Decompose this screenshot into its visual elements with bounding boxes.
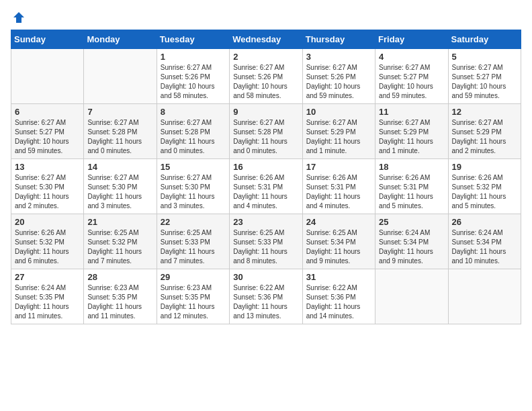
- day-info: Sunrise: 6:27 AM Sunset: 5:26 PM Dayligh…: [233, 63, 298, 101]
- day-number: 16: [233, 162, 298, 172]
- day-number: 1: [161, 52, 226, 62]
- day-number: 8: [161, 107, 226, 117]
- logo-icon: [12, 11, 26, 24]
- calendar-week-row: 13Sunrise: 6:27 AM Sunset: 5:30 PM Dayli…: [11, 159, 521, 214]
- calendar-day-cell: 7Sunrise: 6:27 AM Sunset: 5:28 PM Daylig…: [84, 104, 157, 159]
- day-number: 17: [306, 162, 371, 172]
- calendar-day-cell: [448, 269, 521, 324]
- calendar-day-cell: 10Sunrise: 6:27 AM Sunset: 5:29 PM Dayli…: [302, 104, 375, 159]
- day-info: Sunrise: 6:24 AM Sunset: 5:34 PM Dayligh…: [452, 228, 517, 266]
- day-of-week-header: Monday: [84, 30, 157, 49]
- day-number: 4: [379, 52, 444, 62]
- day-info: Sunrise: 6:27 AM Sunset: 5:26 PM Dayligh…: [306, 63, 371, 101]
- day-of-week-header: Saturday: [448, 30, 521, 49]
- day-number: 7: [87, 107, 152, 117]
- day-number: 29: [161, 272, 226, 282]
- day-info: Sunrise: 6:26 AM Sunset: 5:32 PM Dayligh…: [452, 173, 517, 211]
- day-info: Sunrise: 6:27 AM Sunset: 5:30 PM Dayligh…: [87, 173, 152, 211]
- calendar-day-cell: 23Sunrise: 6:25 AM Sunset: 5:33 PM Dayli…: [230, 214, 302, 269]
- day-info: Sunrise: 6:27 AM Sunset: 5:28 PM Dayligh…: [87, 118, 152, 156]
- day-info: Sunrise: 6:27 AM Sunset: 5:27 PM Dayligh…: [452, 63, 517, 101]
- calendar-day-cell: 24Sunrise: 6:25 AM Sunset: 5:34 PM Dayli…: [302, 214, 375, 269]
- day-number: 30: [233, 272, 298, 282]
- day-info: Sunrise: 6:24 AM Sunset: 5:35 PM Dayligh…: [15, 283, 80, 321]
- day-of-week-header: Tuesday: [157, 30, 229, 49]
- calendar-day-cell: 26Sunrise: 6:24 AM Sunset: 5:34 PM Dayli…: [448, 214, 521, 269]
- calendar-day-cell: 12Sunrise: 6:27 AM Sunset: 5:29 PM Dayli…: [448, 104, 521, 159]
- calendar-day-cell: 27Sunrise: 6:24 AM Sunset: 5:35 PM Dayli…: [11, 269, 84, 324]
- day-info: Sunrise: 6:25 AM Sunset: 5:33 PM Dayligh…: [233, 228, 298, 266]
- day-info: Sunrise: 6:23 AM Sunset: 5:35 PM Dayligh…: [161, 283, 226, 321]
- day-info: Sunrise: 6:27 AM Sunset: 5:29 PM Dayligh…: [452, 118, 517, 156]
- day-info: Sunrise: 6:27 AM Sunset: 5:29 PM Dayligh…: [379, 118, 444, 156]
- day-info: Sunrise: 6:27 AM Sunset: 5:29 PM Dayligh…: [306, 118, 371, 156]
- calendar-day-cell: 6Sunrise: 6:27 AM Sunset: 5:27 PM Daylig…: [11, 104, 84, 159]
- day-number: 23: [233, 217, 298, 227]
- calendar-day-cell: [11, 49, 84, 104]
- day-number: 31: [306, 272, 371, 282]
- calendar-day-cell: [84, 49, 157, 104]
- day-number: 11: [379, 107, 444, 117]
- calendar-day-cell: 13Sunrise: 6:27 AM Sunset: 5:30 PM Dayli…: [11, 159, 84, 214]
- day-number: 28: [87, 272, 152, 282]
- calendar-day-cell: 17Sunrise: 6:26 AM Sunset: 5:31 PM Dayli…: [302, 159, 375, 214]
- calendar-day-cell: 11Sunrise: 6:27 AM Sunset: 5:29 PM Dayli…: [375, 104, 448, 159]
- calendar-day-cell: 20Sunrise: 6:26 AM Sunset: 5:32 PM Dayli…: [11, 214, 84, 269]
- calendar-day-cell: 29Sunrise: 6:23 AM Sunset: 5:35 PM Dayli…: [157, 269, 229, 324]
- day-of-week-header: Friday: [375, 30, 448, 49]
- calendar-day-cell: 1Sunrise: 6:27 AM Sunset: 5:26 PM Daylig…: [157, 49, 229, 104]
- day-info: Sunrise: 6:27 AM Sunset: 5:27 PM Dayligh…: [15, 118, 80, 156]
- calendar-day-cell: 14Sunrise: 6:27 AM Sunset: 5:30 PM Dayli…: [84, 159, 157, 214]
- calendar-day-cell: [375, 269, 448, 324]
- day-of-week-header: Sunday: [11, 30, 84, 49]
- day-number: 19: [452, 162, 517, 172]
- calendar-week-row: 27Sunrise: 6:24 AM Sunset: 5:35 PM Dayli…: [11, 269, 521, 324]
- calendar-day-cell: 4Sunrise: 6:27 AM Sunset: 5:27 PM Daylig…: [375, 49, 448, 104]
- day-info: Sunrise: 6:27 AM Sunset: 5:28 PM Dayligh…: [233, 118, 298, 156]
- day-number: 3: [306, 52, 371, 62]
- calendar-day-cell: 2Sunrise: 6:27 AM Sunset: 5:26 PM Daylig…: [230, 49, 302, 104]
- page-header: [11, 11, 521, 24]
- calendar-day-cell: 21Sunrise: 6:25 AM Sunset: 5:32 PM Dayli…: [84, 214, 157, 269]
- day-of-week-header: Thursday: [302, 30, 375, 49]
- day-info: Sunrise: 6:22 AM Sunset: 5:36 PM Dayligh…: [233, 283, 298, 321]
- day-number: 5: [452, 52, 517, 62]
- calendar-day-cell: 19Sunrise: 6:26 AM Sunset: 5:32 PM Dayli…: [448, 159, 521, 214]
- day-info: Sunrise: 6:26 AM Sunset: 5:31 PM Dayligh…: [379, 173, 444, 211]
- calendar-day-cell: 28Sunrise: 6:23 AM Sunset: 5:35 PM Dayli…: [84, 269, 157, 324]
- calendar-day-cell: 18Sunrise: 6:26 AM Sunset: 5:31 PM Dayli…: [375, 159, 448, 214]
- day-info: Sunrise: 6:24 AM Sunset: 5:34 PM Dayligh…: [379, 228, 444, 266]
- day-info: Sunrise: 6:27 AM Sunset: 5:30 PM Dayligh…: [15, 173, 80, 211]
- day-number: 24: [306, 217, 371, 227]
- calendar-week-row: 6Sunrise: 6:27 AM Sunset: 5:27 PM Daylig…: [11, 104, 521, 159]
- calendar-day-cell: 8Sunrise: 6:27 AM Sunset: 5:28 PM Daylig…: [157, 104, 229, 159]
- day-info: Sunrise: 6:27 AM Sunset: 5:26 PM Dayligh…: [161, 63, 226, 101]
- day-info: Sunrise: 6:23 AM Sunset: 5:35 PM Dayligh…: [87, 283, 152, 321]
- day-number: 18: [379, 162, 444, 172]
- day-info: Sunrise: 6:26 AM Sunset: 5:31 PM Dayligh…: [306, 173, 371, 211]
- svg-marker-0: [13, 12, 24, 23]
- day-number: 20: [15, 217, 80, 227]
- calendar-header-row: SundayMondayTuesdayWednesdayThursdayFrid…: [11, 30, 521, 49]
- day-info: Sunrise: 6:27 AM Sunset: 5:28 PM Dayligh…: [161, 118, 226, 156]
- calendar-day-cell: 30Sunrise: 6:22 AM Sunset: 5:36 PM Dayli…: [230, 269, 302, 324]
- day-number: 13: [15, 162, 80, 172]
- day-number: 27: [15, 272, 80, 282]
- calendar-day-cell: 16Sunrise: 6:26 AM Sunset: 5:31 PM Dayli…: [230, 159, 302, 214]
- day-info: Sunrise: 6:25 AM Sunset: 5:33 PM Dayligh…: [161, 228, 226, 266]
- day-number: 26: [452, 217, 517, 227]
- calendar-day-cell: 9Sunrise: 6:27 AM Sunset: 5:28 PM Daylig…: [230, 104, 302, 159]
- day-number: 14: [87, 162, 152, 172]
- day-number: 25: [379, 217, 444, 227]
- day-number: 6: [15, 107, 80, 117]
- day-number: 2: [233, 52, 298, 62]
- day-number: 9: [233, 107, 298, 117]
- calendar-day-cell: 31Sunrise: 6:22 AM Sunset: 5:36 PM Dayli…: [302, 269, 375, 324]
- day-number: 21: [87, 217, 152, 227]
- calendar-day-cell: 22Sunrise: 6:25 AM Sunset: 5:33 PM Dayli…: [157, 214, 229, 269]
- day-of-week-header: Wednesday: [230, 30, 302, 49]
- calendar-day-cell: 5Sunrise: 6:27 AM Sunset: 5:27 PM Daylig…: [448, 49, 521, 104]
- day-info: Sunrise: 6:27 AM Sunset: 5:27 PM Dayligh…: [379, 63, 444, 101]
- logo: [11, 11, 26, 24]
- day-number: 15: [161, 162, 226, 172]
